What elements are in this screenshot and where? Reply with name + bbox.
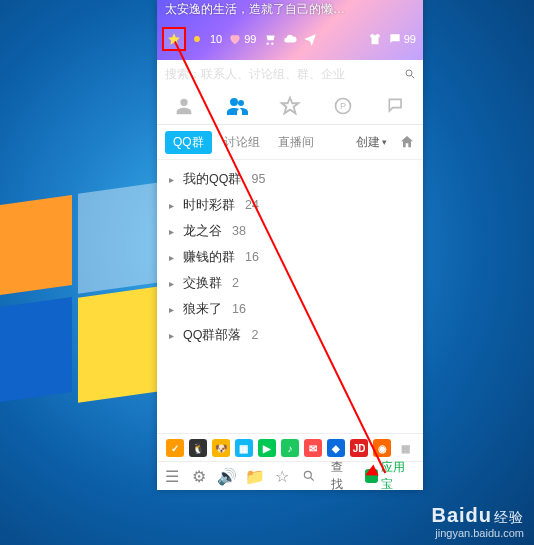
app-grid-icon[interactable]: ▦	[396, 439, 414, 457]
search-button[interactable]	[401, 65, 419, 83]
qq-main-panel: 太安逸的生活，造就了自己的懒… 10 99 99 P QQ群 讨	[157, 0, 423, 490]
folder-icon[interactable]: 📁	[247, 468, 263, 484]
profile-header: 太安逸的生活，造就了自己的懒… 10 99 99	[157, 0, 423, 60]
shirt-icon[interactable]	[366, 31, 384, 47]
svg-point-0	[194, 36, 200, 42]
find-icon[interactable]	[302, 468, 317, 484]
chevron-right-icon: ▸	[169, 278, 177, 289]
chevron-right-icon: ▸	[169, 200, 177, 211]
cloud-icon[interactable]	[281, 31, 299, 47]
svg-point-5	[305, 471, 312, 478]
sound-icon[interactable]: 🔊	[219, 468, 235, 484]
heart-icon[interactable]: 99	[226, 31, 258, 47]
group-item[interactable]: ▸狼来了16	[157, 296, 423, 322]
app-icon[interactable]: ♪	[281, 439, 299, 457]
group-item[interactable]: ▸QQ群部落2	[157, 322, 423, 348]
vip-star-icon[interactable]	[162, 27, 186, 51]
group-item[interactable]: ▸时时彩群24	[157, 192, 423, 218]
signature-text[interactable]: 太安逸的生活，造就了自己的懒…	[165, 1, 345, 18]
app-icon[interactable]: 🐧	[189, 439, 207, 457]
search-input[interactable]	[157, 60, 399, 88]
home-icon[interactable]	[399, 134, 415, 150]
tab-contacts[interactable]	[167, 89, 201, 123]
message-count[interactable]: 99	[386, 31, 418, 47]
favorite-icon[interactable]: ☆	[275, 468, 290, 484]
app-icon[interactable]: ✓	[166, 439, 184, 457]
header-icon-row: 10 99 99	[162, 25, 418, 53]
chevron-right-icon: ▸	[169, 226, 177, 237]
chevron-right-icon: ▸	[169, 252, 177, 263]
windows-logo	[0, 170, 160, 430]
tab-favorites[interactable]	[273, 89, 307, 123]
group-item[interactable]: ▸我的QQ群95	[157, 166, 423, 192]
svg-line-6	[311, 478, 314, 481]
cart-icon[interactable]	[261, 31, 279, 47]
subtab-live[interactable]: 直播间	[272, 131, 320, 154]
svg-line-2	[412, 76, 415, 79]
app-icon[interactable]: 🐶	[212, 439, 230, 457]
group-item[interactable]: ▸交换群2	[157, 270, 423, 296]
find-label[interactable]: 查找	[331, 459, 353, 493]
sun-icon[interactable]	[188, 31, 206, 47]
vip-level[interactable]: 10	[208, 32, 224, 46]
chevron-right-icon: ▸	[169, 330, 177, 341]
subtab-qq-group[interactable]: QQ群	[165, 131, 212, 154]
group-item[interactable]: ▸赚钱的群16	[157, 244, 423, 270]
watermark: Baidu经验 jingyan.baidu.com	[431, 504, 524, 539]
group-sub-tabs: QQ群 讨论组 直播间 创建▾	[157, 125, 423, 160]
app-icon[interactable]: ✉	[304, 439, 322, 457]
group-item[interactable]: ▸龙之谷38	[157, 218, 423, 244]
app-icon[interactable]: ▶	[258, 439, 276, 457]
group-list: ▸我的QQ群95 ▸时时彩群24 ▸龙之谷38 ▸赚钱的群16 ▸交换群2 ▸狼…	[157, 160, 423, 358]
svg-point-1	[406, 70, 412, 76]
main-tabs: P	[157, 88, 423, 125]
menu-icon[interactable]: ☰	[165, 468, 180, 484]
tab-discover[interactable]: P	[326, 89, 360, 123]
app-tray: ✓ 🐧 🐶 ▦ ▶ ♪ ✉ ◆ JD ◉ ▦	[157, 433, 423, 462]
chevron-right-icon: ▸	[169, 304, 177, 315]
app-jd-icon[interactable]: JD	[350, 439, 368, 457]
tab-sessions[interactable]	[379, 89, 413, 123]
create-button[interactable]: 创建▾	[356, 134, 387, 151]
tab-groups[interactable]	[220, 89, 254, 123]
svg-text:P: P	[340, 101, 346, 111]
settings-icon[interactable]: ⚙	[192, 468, 207, 484]
app-icon[interactable]: ◆	[327, 439, 345, 457]
plane-icon[interactable]	[301, 31, 319, 47]
chevron-right-icon: ▸	[169, 174, 177, 185]
app-icon[interactable]: ▦	[235, 439, 253, 457]
